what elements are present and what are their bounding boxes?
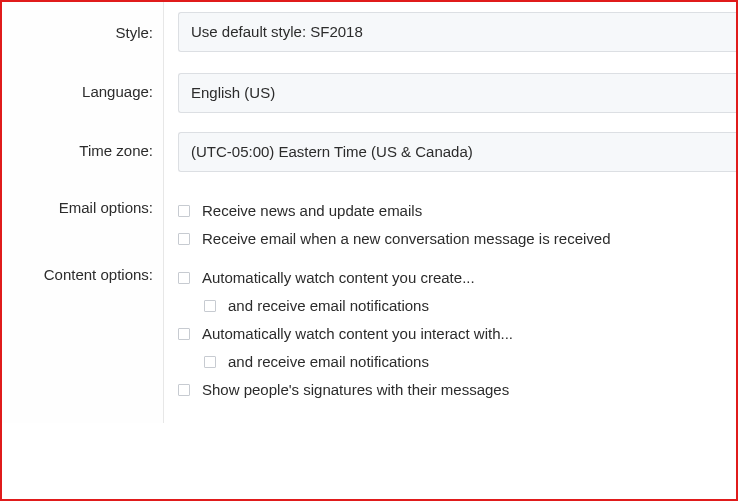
checkbox-label: and receive email notifications	[228, 353, 429, 370]
checkbox-icon	[178, 384, 190, 396]
content-option-show-signatures[interactable]: Show people's signatures with their mess…	[178, 376, 736, 404]
content-options-label: Content options:	[2, 260, 164, 423]
content-option-watch-interact-email[interactable]: and receive email notifications	[178, 348, 736, 376]
checkbox-icon	[204, 300, 216, 312]
style-label: Style:	[2, 2, 164, 71]
checkbox-icon	[204, 356, 216, 368]
content-option-watch-interact[interactable]: Automatically watch content you interact…	[178, 320, 736, 348]
checkbox-icon	[178, 205, 190, 217]
preferences-form: Style: Use default style: SF2018 Languag…	[2, 2, 736, 423]
content-option-watch-create-email[interactable]: and receive email notifications	[178, 292, 736, 320]
content-option-watch-create[interactable]: Automatically watch content you create..…	[178, 264, 736, 292]
email-option-conversation[interactable]: Receive email when a new conversation me…	[178, 225, 736, 253]
preferences-panel: Style: Use default style: SF2018 Languag…	[0, 0, 738, 501]
checkbox-label: Automatically watch content you interact…	[202, 325, 513, 342]
timezone-label: Time zone:	[2, 130, 164, 193]
email-options-group: Receive news and update emails Receive e…	[164, 193, 736, 253]
content-options-group: Automatically watch content you create..…	[164, 260, 736, 404]
email-option-news[interactable]: Receive news and update emails	[178, 197, 736, 225]
timezone-select[interactable]: (UTC-05:00) Eastern Time (US & Canada)	[178, 132, 736, 172]
checkbox-label: Receive email when a new conversation me…	[202, 230, 611, 247]
language-select[interactable]: English (US)	[178, 73, 736, 113]
checkbox-icon	[178, 272, 190, 284]
email-options-label: Email options:	[2, 193, 164, 260]
checkbox-label: and receive email notifications	[228, 297, 429, 314]
checkbox-icon	[178, 233, 190, 245]
checkbox-label: Automatically watch content you create..…	[202, 269, 475, 286]
checkbox-label: Show people's signatures with their mess…	[202, 381, 509, 398]
style-select[interactable]: Use default style: SF2018	[178, 12, 736, 52]
checkbox-icon	[178, 328, 190, 340]
checkbox-label: Receive news and update emails	[202, 202, 422, 219]
language-label: Language:	[2, 71, 164, 130]
